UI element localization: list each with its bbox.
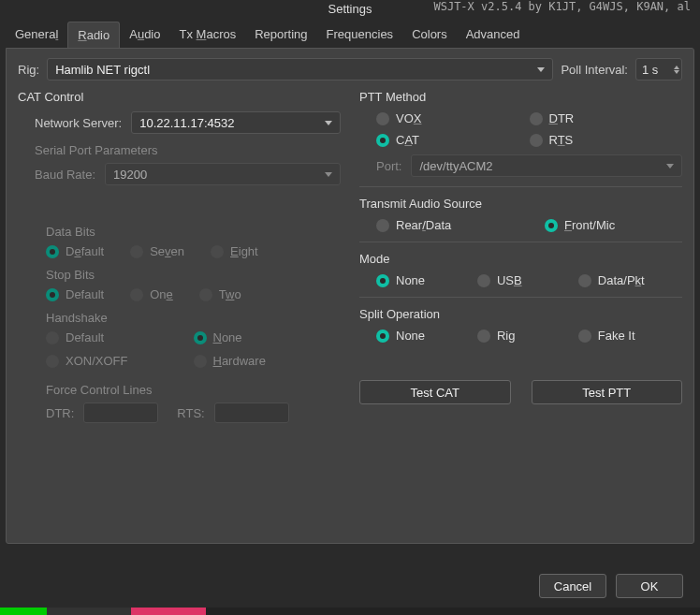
ptt-rts[interactable]: RTS [530,133,683,147]
rig-select[interactable]: Hamlib NET rigctl [47,58,553,81]
baudrate-select: 19200 [105,163,341,185]
chevron-down-icon [325,172,332,177]
mode-none[interactable]: None [376,273,477,287]
stopbits-two: Two [199,287,241,301]
tab-colors[interactable]: Colors [402,22,457,48]
cancel-button[interactable]: Cancel [539,574,606,598]
tab-radio[interactable]: Radio [67,22,120,48]
ptt-port-select: /dev/ttyACM2 [411,154,682,177]
poll-value: 1 s [642,63,658,77]
tab-audio[interactable]: Audio [120,22,169,48]
netserver-label: Network Server: [35,116,122,130]
databits-seven: Seven [130,244,184,258]
divider [359,297,682,298]
cat-title: CAT Control [18,90,341,104]
tab-general[interactable]: General [6,22,67,48]
audio-title: Transmit Audio Source [359,197,682,211]
databits-eight: Eight [211,244,258,258]
rts-select [214,403,289,423]
rig-label: Rig: [18,63,39,77]
databits-title: Data Bits [46,225,341,239]
handshake-xonxoff: XON/XOFF [46,354,194,368]
serial-params-title: Serial Port Parameters [35,143,341,157]
forcectrl-title: Force Control Lines [46,383,341,397]
split-fakeit[interactable]: Fake It [578,329,679,343]
split-title: Split Operation [359,307,682,321]
stopbits-one: One [130,287,173,301]
rig-value: Hamlib NET rigctl [55,63,150,77]
taskbar [0,608,700,615]
ptt-vox[interactable]: VOX [376,111,530,125]
stopbits-default: Default [46,287,104,301]
mode-title: Mode [359,252,682,266]
divider [359,186,682,187]
handshake-default: Default [46,330,194,344]
handshake-hardware: Hardware [194,354,342,368]
ptt-title: PTT Method [359,90,682,104]
baudrate-label: Baud Rate: [35,168,95,182]
tab-advanced[interactable]: Advanced [457,22,530,48]
radio-panel: Rig: Hamlib NET rigctl Poll Interval: 1 … [6,48,694,544]
tabs-bar: General Radio Audio Tx Macros Reporting … [0,22,700,48]
ok-button[interactable]: OK [616,574,683,598]
dtr-label: DTR: [46,406,74,420]
tab-frequencies[interactable]: Frequencies [317,22,403,48]
netserver-value: 10.22.11.17:4532 [139,116,234,130]
ptt-port-label: Port: [376,159,401,173]
split-rig[interactable]: Rig [477,329,578,343]
handshake-title: Handshake [46,311,341,325]
chevron-down-icon [666,164,674,168]
dtr-select [83,403,158,423]
stopbits-title: Stop Bits [46,268,341,282]
test-cat-button[interactable]: Test CAT [359,380,511,404]
tab-reporting[interactable]: Reporting [245,22,316,48]
poll-interval-spin[interactable]: 1 s [635,58,682,81]
ptt-port-value: /dev/ttyACM2 [419,159,492,173]
databits-default: Default [46,244,104,258]
rts-label: RTS: [177,406,204,420]
handshake-none: None [194,330,342,344]
bg-window-text: WSJT-X v2.5.4 by K1JT, G4WJS, K9AN, al [433,0,691,13]
audio-front[interactable]: Front/Mic [545,218,615,232]
test-ptt-button[interactable]: Test PTT [532,380,683,404]
mode-usb[interactable]: USB [477,273,578,287]
audio-rear[interactable]: Rear/Data [376,218,507,232]
mode-datapkt[interactable]: Data/Pkt [578,273,679,287]
ptt-cat[interactable]: CAT [376,133,530,147]
tab-txmacros[interactable]: Tx Macros [170,22,246,48]
ptt-dtr[interactable]: DTR [530,111,683,125]
divider [359,242,682,242]
baudrate-value: 19200 [113,168,147,182]
poll-label: Poll Interval: [561,63,628,77]
netserver-select[interactable]: 10.22.11.17:4532 [131,111,341,134]
split-none[interactable]: None [376,329,477,343]
chevron-down-icon [537,67,545,72]
cat-control-group: CAT Control Network Server: 10.22.11.17:… [18,90,341,431]
right-column: PTT Method VOX DTR CAT RTS Port: /dev/tt… [359,90,682,431]
chevron-down-icon [325,121,332,125]
